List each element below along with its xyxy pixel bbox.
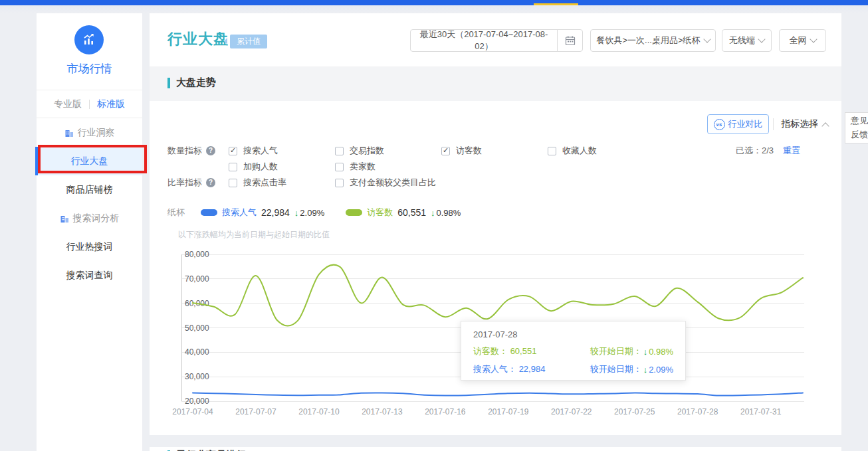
- tooltip-change: 较开始日期： ↓ 0.98%: [590, 345, 673, 357]
- feedback-button[interactable]: 意见 反馈: [845, 112, 868, 143]
- svg-text:30,000: 30,000: [185, 372, 209, 381]
- label-text: 比率指标: [167, 177, 202, 189]
- section-title-text: 大盘走势: [176, 76, 216, 89]
- checkbox: [441, 147, 450, 155]
- tooltip-row-visitor: 访客数： 60,551 较开始日期： ↓ 0.98%: [473, 345, 673, 357]
- option-search-ctr[interactable]: 搜索点击率: [229, 177, 335, 189]
- category-selector[interactable]: 餐饮具>一次...桌用品>纸杯: [590, 29, 716, 52]
- option-search-popularity[interactable]: 搜索人气: [229, 145, 335, 157]
- quantity-metric-row-2: 加购人数 卖家数: [167, 160, 441, 173]
- market-trend-icon: [74, 25, 104, 54]
- svg-text:50,000: 50,000: [185, 323, 209, 333]
- series-name: 访客数: [367, 207, 393, 219]
- series-name: 搜索人气: [222, 207, 257, 219]
- option-label: 访客数: [456, 145, 482, 157]
- option-payment-ratio[interactable]: 支付金额较父类目占比: [335, 177, 436, 189]
- sidebar-item-hot-search-words[interactable]: 行业热搜词: [37, 232, 142, 261]
- terminal-text: 无线端: [729, 35, 755, 46]
- svg-text:80,000: 80,000: [185, 250, 209, 259]
- metric-value: 22,984: [519, 364, 546, 374]
- sidebar-item-product-shop-rank[interactable]: 商品店铺榜: [37, 175, 142, 204]
- tab-standard[interactable]: 标准版: [90, 98, 132, 110]
- reset-link[interactable]: 重置: [783, 145, 800, 157]
- legend-item-search-popularity[interactable]: 搜索人气 22,984 ↓ 2.09%: [201, 207, 324, 219]
- blue-series-pill-icon: [201, 209, 217, 216]
- tooltip-change: 较开始日期： ↓ 2.09%: [590, 363, 673, 375]
- down-arrow-icon: ↓: [643, 347, 648, 357]
- chart-note: 以下涨跌幅均为当前日期与起始日期的比值: [178, 229, 330, 240]
- network-scope-selector[interactable]: 全网: [779, 29, 826, 52]
- down-arrow-icon: ↓: [431, 208, 435, 218]
- option-transaction-index[interactable]: 交易指数: [335, 145, 441, 157]
- checkbox: [229, 179, 237, 187]
- help-icon[interactable]: ?: [206, 178, 215, 187]
- sidebar-item-label: 行业热搜词: [66, 241, 113, 253]
- sidebar-item-search-word-query[interactable]: 搜索词查询: [37, 261, 142, 290]
- trend-chart[interactable]: 20,00030,00040,00050,00060,00070,00080,0…: [160, 247, 817, 426]
- metric-label: 搜索人气：: [473, 364, 516, 374]
- sidebar: 市场行情 专业版 标准版 行业洞察 行业大盘 商品店铺榜: [37, 13, 142, 451]
- checkbox: [548, 147, 556, 155]
- sidebar-item-label: 行业洞察: [78, 127, 115, 139]
- sidebar-menu: 行业洞察 行业大盘 商品店铺榜 搜索词分析 行业热搜词 搜索词查询: [37, 118, 142, 290]
- legend-item-visitor-count[interactable]: 访客数 60,551 ↓ 0.98%: [346, 207, 461, 219]
- app-title: 市场行情: [37, 61, 142, 76]
- svg-text:20,000: 20,000: [185, 397, 209, 406]
- chart-tooltip: 2017-07-28 访客数： 60,551 较开始日期： ↓ 0.98% 搜索…: [461, 321, 686, 381]
- compare-label: 较开始日期：: [590, 363, 642, 375]
- svg-text:2017-07-07: 2017-07-07: [235, 407, 276, 416]
- tooltip-metric: 访客数： 60,551: [473, 345, 536, 357]
- sidebar-item-industry-insight[interactable]: 行业洞察: [37, 118, 142, 147]
- svg-text:2017-07-16: 2017-07-16: [425, 407, 466, 416]
- tooltip-metric: 搜索人气： 22,984: [473, 363, 545, 375]
- option-cart-count[interactable]: 加购人数: [229, 161, 335, 173]
- section-header-band: [150, 66, 841, 101]
- feedback-line2: 反馈: [851, 128, 868, 141]
- page-title: 行业大盘: [167, 29, 229, 49]
- tab-professional[interactable]: 专业版: [47, 98, 89, 110]
- option-visitor-count[interactable]: 访客数: [441, 145, 548, 157]
- svg-text:2017-07-10: 2017-07-10: [298, 407, 340, 416]
- option-favorite-count[interactable]: 收藏人数: [548, 145, 654, 157]
- vs-icon: vs: [714, 119, 725, 130]
- compare-button-label: 行业对比: [728, 118, 763, 130]
- metric-label: 访客数：: [473, 346, 508, 356]
- selection-summary: 已选：2/3 重置: [736, 144, 800, 157]
- sidebar-item-label: 搜索词分析: [73, 213, 120, 225]
- section-title: 大盘走势: [167, 76, 216, 89]
- checkbox: [335, 163, 344, 171]
- chevron-down-icon: [810, 35, 817, 43]
- sidebar-item-search-word-analysis[interactable]: 搜索词分析: [37, 204, 142, 232]
- svg-text:2017-07-13: 2017-07-13: [362, 407, 403, 416]
- down-arrow-icon: ↓: [643, 365, 648, 375]
- svg-text:2017-07-25: 2017-07-25: [614, 407, 655, 416]
- option-label: 交易指数: [350, 145, 384, 157]
- svg-text:2017-07-31: 2017-07-31: [740, 407, 782, 416]
- date-range-selector[interactable]: 最近30天（2017-07-04~2017-08-02）: [410, 29, 583, 52]
- category-text: 餐饮具>一次...桌用品>纸杯: [596, 35, 700, 46]
- tooltip-date: 2017-07-28: [473, 329, 673, 339]
- divider: [773, 118, 774, 130]
- building-icon: [60, 214, 69, 223]
- calendar-button[interactable]: [557, 30, 582, 51]
- series-change: ↓ 2.09%: [294, 208, 324, 218]
- tooltip-row-search: 搜索人气： 22,984 较开始日期： ↓ 2.09%: [473, 363, 673, 375]
- option-label: 支付金额较父类目占比: [350, 177, 436, 189]
- ratio-metric-row: 比率指标 ? 搜索点击率 支付金额较父类目占比: [167, 176, 436, 189]
- cumulative-badge: 累计值: [230, 35, 267, 48]
- option-label: 卖家数: [350, 161, 376, 173]
- sidebar-item-label: 商品店铺榜: [66, 184, 113, 196]
- change-value: 0.98%: [649, 347, 673, 357]
- metric-select-toggle[interactable]: 指标选择: [781, 114, 828, 134]
- label-text: 数量指标: [167, 145, 202, 157]
- version-tabs: 专业版 标准版: [37, 90, 142, 118]
- help-icon[interactable]: ?: [206, 146, 215, 155]
- industry-compare-button[interactable]: vs 行业对比: [707, 114, 769, 134]
- option-label: 搜索人气: [243, 145, 278, 157]
- sidebar-item-label: 行业大盘: [71, 155, 108, 167]
- bar-chart-arrow-icon: [81, 32, 97, 48]
- option-seller-count[interactable]: 卖家数: [335, 161, 441, 173]
- sidebar-item-industry-overview[interactable]: 行业大盘: [37, 147, 142, 175]
- terminal-selector[interactable]: 无线端: [722, 29, 772, 52]
- checkbox: [229, 147, 237, 155]
